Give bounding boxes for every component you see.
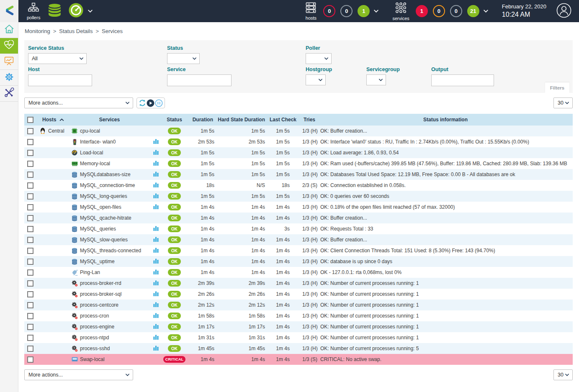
service-name[interactable]: MySQLdatabases-size bbox=[80, 172, 131, 177]
graph-icon[interactable] bbox=[153, 323, 159, 330]
hosts-column-header[interactable]: Hosts bbox=[38, 114, 70, 126]
row-checkbox[interactable] bbox=[27, 193, 33, 200]
service-name[interactable]: MySQL_queries bbox=[80, 226, 116, 232]
graph-icon[interactable] bbox=[153, 334, 159, 341]
pollers-chevron-icon[interactable] bbox=[87, 9, 93, 13]
service-status-badge[interactable]: 0 bbox=[450, 5, 462, 17]
filters-tab[interactable]: Filters bbox=[545, 82, 569, 93]
service-name[interactable]: cpu-local bbox=[80, 128, 100, 134]
service-name[interactable]: Interface- wlan0 bbox=[80, 139, 116, 145]
graph-icon[interactable] bbox=[153, 302, 159, 308]
services-chevron-icon[interactable] bbox=[483, 9, 489, 13]
graph-icon[interactable] bbox=[153, 225, 159, 232]
row-checkbox[interactable] bbox=[27, 269, 33, 276]
poller-select[interactable] bbox=[306, 53, 332, 64]
row-checkbox[interactable] bbox=[27, 248, 33, 254]
breadcrumb-item[interactable]: Status Details bbox=[59, 28, 93, 34]
graph-icon[interactable] bbox=[153, 193, 159, 200]
hostgroup-select[interactable] bbox=[306, 74, 326, 85]
row-checkbox[interactable] bbox=[27, 182, 33, 189]
database-status-menu[interactable] bbox=[47, 3, 62, 19]
host-input[interactable] bbox=[28, 74, 92, 86]
service-status-badge[interactable]: 0 bbox=[433, 5, 445, 17]
service-name[interactable]: MySQL_long-queries bbox=[80, 193, 127, 199]
row-checkbox[interactable] bbox=[27, 335, 33, 341]
sidebar-item-configuration[interactable] bbox=[0, 70, 18, 86]
page-size-select-top[interactable]: 30 bbox=[553, 97, 573, 108]
service-name[interactable]: process-broker-rrd bbox=[80, 280, 121, 286]
graph-icon[interactable] bbox=[153, 171, 159, 178]
hard-state-column-header[interactable]: Hard State Duration bbox=[215, 114, 265, 126]
row-checkbox[interactable] bbox=[27, 150, 33, 156]
status-info-column-header[interactable]: Status information bbox=[318, 114, 573, 126]
pause-button[interactable] bbox=[155, 99, 163, 107]
sidebar-item-administration[interactable] bbox=[0, 86, 18, 102]
service-status-badge[interactable]: 1 bbox=[416, 5, 428, 17]
pollers-menu[interactable]: pollers bbox=[27, 3, 40, 20]
centreon-logo[interactable] bbox=[0, 0, 18, 22]
service-status-select[interactable]: All bbox=[28, 53, 87, 64]
row-checkbox[interactable] bbox=[27, 280, 33, 287]
host-status-badge[interactable]: 0 bbox=[323, 5, 335, 17]
graph-icon[interactable] bbox=[153, 345, 159, 352]
row-checkbox[interactable] bbox=[27, 128, 33, 134]
sidebar-item-monitoring[interactable] bbox=[0, 38, 18, 54]
select-all-checkbox[interactable] bbox=[27, 117, 33, 123]
service-name[interactable]: MySQL_qcache-hitrate bbox=[80, 215, 131, 221]
status-select[interactable] bbox=[167, 53, 200, 64]
service-name[interactable]: Load-local bbox=[80, 150, 103, 156]
services-menu[interactable]: services bbox=[392, 2, 409, 21]
row-checkbox[interactable] bbox=[27, 302, 33, 308]
graph-icon[interactable] bbox=[153, 280, 159, 287]
service-name[interactable]: MySQL_slow-queries bbox=[80, 237, 128, 243]
graph-icon[interactable] bbox=[153, 204, 159, 210]
row-checkbox[interactable] bbox=[27, 324, 33, 330]
service-status-badge[interactable]: 21 bbox=[467, 5, 479, 17]
tries-column-header[interactable]: Tries bbox=[297, 114, 318, 126]
poller-latency-menu[interactable] bbox=[68, 3, 84, 20]
service-name[interactable]: process-engine bbox=[80, 324, 114, 330]
graph-icon[interactable] bbox=[153, 138, 159, 145]
graph-icon[interactable] bbox=[153, 182, 159, 189]
row-checkbox[interactable] bbox=[27, 226, 33, 232]
row-checkbox[interactable] bbox=[27, 172, 33, 178]
output-input[interactable] bbox=[431, 74, 494, 86]
duration-column-header[interactable]: Duration bbox=[185, 114, 215, 126]
breadcrumb-item[interactable]: Monitoring bbox=[25, 28, 50, 34]
row-checkbox[interactable] bbox=[27, 215, 33, 221]
service-name[interactable]: process-cron bbox=[80, 313, 109, 319]
servicegroup-select[interactable] bbox=[366, 74, 386, 85]
graph-icon[interactable] bbox=[153, 149, 159, 156]
service-name[interactable]: Memory-local bbox=[80, 161, 110, 167]
hosts-menu[interactable]: hosts bbox=[305, 2, 317, 20]
sidebar-item-reports[interactable] bbox=[0, 54, 18, 70]
graph-icon[interactable] bbox=[153, 291, 159, 297]
row-checkbox[interactable] bbox=[27, 291, 33, 297]
row-checkbox[interactable] bbox=[27, 237, 33, 243]
host-status-badge[interactable]: 1 bbox=[358, 5, 370, 17]
row-checkbox[interactable] bbox=[27, 356, 33, 363]
row-checkbox[interactable] bbox=[27, 346, 33, 352]
host-status-badge[interactable]: 0 bbox=[340, 5, 353, 17]
graph-icon[interactable] bbox=[153, 258, 159, 265]
host-name[interactable]: Central bbox=[48, 128, 64, 134]
service-name[interactable]: Swap-local bbox=[80, 356, 105, 362]
service-name[interactable]: MySQL_uptime bbox=[80, 259, 115, 264]
page-size-select-bottom[interactable]: 30 bbox=[553, 369, 573, 380]
breadcrumb-item[interactable]: Services bbox=[102, 28, 123, 34]
graph-icon[interactable] bbox=[153, 247, 159, 254]
hosts-chevron-icon[interactable] bbox=[373, 9, 379, 13]
service-name[interactable]: MySQL_connection-time bbox=[80, 182, 135, 188]
row-checkbox[interactable] bbox=[27, 313, 33, 319]
sidebar-item-home[interactable] bbox=[0, 22, 18, 38]
service-name[interactable]: Ping-Lan bbox=[80, 269, 100, 275]
row-checkbox[interactable] bbox=[27, 139, 33, 145]
services-column-header[interactable]: Services bbox=[70, 114, 149, 126]
service-name[interactable]: process-centcore bbox=[80, 302, 118, 308]
service-name[interactable]: process-sshd bbox=[80, 346, 110, 351]
service-name[interactable]: MySQL_threads-connected bbox=[80, 248, 141, 254]
graph-icon[interactable] bbox=[153, 160, 159, 167]
service-input[interactable] bbox=[167, 74, 232, 86]
graph-icon[interactable] bbox=[153, 236, 159, 243]
status-column-header[interactable]: Status bbox=[163, 114, 185, 126]
